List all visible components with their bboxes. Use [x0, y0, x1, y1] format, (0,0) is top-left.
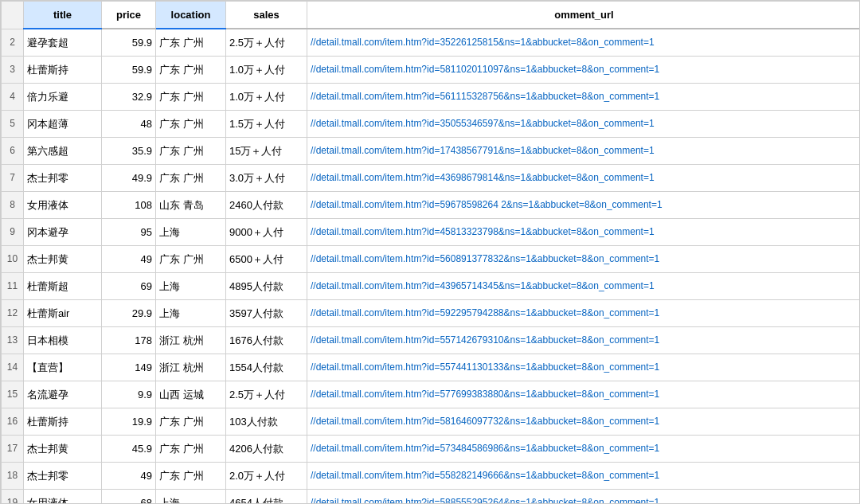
cell-comment-url[interactable]: //detail.tmall.com/item.htm?id=557441130…: [307, 354, 861, 381]
table-row[interactable]: 18杰士邦零49广东 广州2.0万＋人付//detail.tmall.com/i…: [2, 463, 861, 490]
cell-title[interactable]: 第六感超: [24, 138, 102, 165]
cell-comment-url[interactable]: //detail.tmall.com/item.htm?id=439657143…: [307, 273, 861, 300]
table-row[interactable]: 14【直营】149浙江 杭州1554人付款//detail.tmall.com/…: [2, 354, 861, 381]
cell-title[interactable]: 女用液体: [24, 192, 102, 219]
cell-sales[interactable]: 9000＋人付: [226, 219, 307, 246]
cell-sales[interactable]: 2460人付款: [226, 192, 307, 219]
cell-location[interactable]: 广东 广州: [156, 84, 226, 111]
cell-comment-url[interactable]: //detail.tmall.com/item.htm?id=560891377…: [307, 246, 861, 273]
cell-location[interactable]: 上海: [156, 490, 226, 505]
table-row[interactable]: 16杜蕾斯持19.9广东 广州103人付款//detail.tmall.com/…: [2, 408, 861, 436]
cell-price[interactable]: 49: [102, 246, 156, 273]
header-price[interactable]: price: [102, 2, 156, 29]
cell-price[interactable]: 19.9: [102, 408, 156, 436]
cell-price[interactable]: 108: [102, 192, 156, 219]
cell-sales[interactable]: 2.5万＋人付: [226, 29, 307, 57]
cell-title[interactable]: 避孕套超: [24, 29, 102, 57]
cell-comment-url[interactable]: //detail.tmall.com/item.htm?id=557142679…: [307, 327, 861, 354]
table-row[interactable]: 19女用液体68上海4654人付款//detail.tmall.com/item…: [2, 490, 861, 505]
cell-title[interactable]: 倍力乐避: [24, 84, 102, 111]
cell-comment-url[interactable]: //detail.tmall.com/item.htm?id=174385677…: [307, 138, 861, 165]
cell-location[interactable]: 浙江 杭州: [156, 327, 226, 354]
cell-price[interactable]: 9.9: [102, 381, 156, 408]
cell-location[interactable]: 广东 广州: [156, 111, 226, 138]
cell-comment-url[interactable]: //detail.tmall.com/item.htm?id=596785982…: [307, 192, 861, 219]
cell-location[interactable]: 广东 广州: [156, 408, 226, 436]
cell-location[interactable]: 广东 广州: [156, 57, 226, 84]
cell-location[interactable]: 广东 广州: [156, 246, 226, 273]
cell-location[interactable]: 广东 广州: [156, 165, 226, 192]
cell-price[interactable]: 49: [102, 463, 156, 490]
cell-location[interactable]: 上海: [156, 273, 226, 300]
cell-title[interactable]: 冈本避孕: [24, 219, 102, 246]
table-row[interactable]: 9冈本避孕95上海9000＋人付//detail.tmall.com/item.…: [2, 219, 861, 246]
cell-price[interactable]: 178: [102, 327, 156, 354]
cell-sales[interactable]: 103人付款: [226, 408, 307, 436]
cell-location[interactable]: 广东 广州: [156, 29, 226, 57]
cell-comment-url[interactable]: //detail.tmall.com/item.htm?id=581102011…: [307, 57, 861, 84]
cell-location[interactable]: 广东 广州: [156, 436, 226, 463]
cell-sales[interactable]: 2.0万＋人付: [226, 463, 307, 490]
cell-title[interactable]: 杜蕾斯air: [24, 300, 102, 327]
cell-title[interactable]: 名流避孕: [24, 381, 102, 408]
cell-sales[interactable]: 3.0万＋人付: [226, 165, 307, 192]
table-row[interactable]: 5冈本超薄48广东 广州1.5万＋人付//detail.tmall.com/it…: [2, 111, 861, 138]
table-row[interactable]: 2避孕套超59.9广东 广州2.5万＋人付//detail.tmall.com/…: [2, 29, 861, 57]
cell-title[interactable]: 杰士邦黄: [24, 246, 102, 273]
cell-price[interactable]: 68: [102, 490, 156, 505]
cell-comment-url[interactable]: //detail.tmall.com/item.htm?id=561115328…: [307, 84, 861, 111]
table-row[interactable]: 12杜蕾斯air29.9上海3597人付款//detail.tmall.com/…: [2, 300, 861, 327]
cell-price[interactable]: 35.9: [102, 138, 156, 165]
cell-comment-url[interactable]: //detail.tmall.com/item.htm?id=436986798…: [307, 165, 861, 192]
cell-comment-url[interactable]: //detail.tmall.com/item.htm?id=588555295…: [307, 490, 861, 505]
table-row[interactable]: 11杜蕾斯超69上海4895人付款//detail.tmall.com/item…: [2, 273, 861, 300]
header-comment[interactable]: omment_url: [307, 2, 861, 29]
cell-sales[interactable]: 15万＋人付: [226, 138, 307, 165]
table-row[interactable]: 3杜蕾斯持59.9广东 广州1.0万＋人付//detail.tmall.com/…: [2, 57, 861, 84]
cell-comment-url[interactable]: //detail.tmall.com/item.htm?id=458133237…: [307, 219, 861, 246]
cell-sales[interactable]: 4895人付款: [226, 273, 307, 300]
cell-location[interactable]: 上海: [156, 219, 226, 246]
table-row[interactable]: 17杰士邦黄45.9广东 广州4206人付款//detail.tmall.com…: [2, 436, 861, 463]
table-row[interactable]: 10杰士邦黄49广东 广州6500＋人付//detail.tmall.com/i…: [2, 246, 861, 273]
cell-sales[interactable]: 1676人付款: [226, 327, 307, 354]
cell-comment-url[interactable]: //detail.tmall.com/item.htm?id=350553465…: [307, 111, 861, 138]
cell-price[interactable]: 32.9: [102, 84, 156, 111]
cell-sales[interactable]: 6500＋人付: [226, 246, 307, 273]
cell-title[interactable]: 杰士邦黄: [24, 436, 102, 463]
cell-title[interactable]: 【直营】: [24, 354, 102, 381]
header-location[interactable]: location: [156, 2, 226, 29]
cell-comment-url[interactable]: //detail.tmall.com/item.htm?id=573484586…: [307, 436, 861, 463]
header-title[interactable]: title: [24, 2, 102, 29]
cell-sales[interactable]: 1.0万＋人付: [226, 57, 307, 84]
cell-price[interactable]: 149: [102, 354, 156, 381]
cell-title[interactable]: 杜蕾斯超: [24, 273, 102, 300]
cell-comment-url[interactable]: //detail.tmall.com/item.htm?id=558282149…: [307, 463, 861, 490]
cell-price[interactable]: 49.9: [102, 165, 156, 192]
cell-price[interactable]: 45.9: [102, 436, 156, 463]
cell-sales[interactable]: 1554人付款: [226, 354, 307, 381]
cell-location[interactable]: 广东 广州: [156, 138, 226, 165]
cell-price[interactable]: 48: [102, 111, 156, 138]
table-row[interactable]: 7杰士邦零49.9广东 广州3.0万＋人付//detail.tmall.com/…: [2, 165, 861, 192]
cell-sales[interactable]: 2.5万＋人付: [226, 381, 307, 408]
table-row[interactable]: 8女用液体108山东 青岛2460人付款//detail.tmall.com/i…: [2, 192, 861, 219]
cell-location[interactable]: 山西 运城: [156, 381, 226, 408]
cell-title[interactable]: 冈本超薄: [24, 111, 102, 138]
cell-price[interactable]: 69: [102, 273, 156, 300]
cell-title[interactable]: 杰士邦零: [24, 463, 102, 490]
cell-price[interactable]: 95: [102, 219, 156, 246]
cell-title[interactable]: 杜蕾斯持: [24, 408, 102, 436]
cell-sales[interactable]: 1.5万＋人付: [226, 111, 307, 138]
table-row[interactable]: 13日本相模178浙江 杭州1676人付款//detail.tmall.com/…: [2, 327, 861, 354]
cell-comment-url[interactable]: //detail.tmall.com/item.htm?id=577699383…: [307, 381, 861, 408]
header-sales[interactable]: sales: [226, 2, 307, 29]
cell-sales[interactable]: 4654人付款: [226, 490, 307, 505]
cell-title[interactable]: 杜蕾斯持: [24, 57, 102, 84]
cell-comment-url[interactable]: //detail.tmall.com/item.htm?id=592295794…: [307, 300, 861, 327]
cell-comment-url[interactable]: //detail.tmall.com/item.htm?id=581646097…: [307, 408, 861, 436]
cell-title[interactable]: 日本相模: [24, 327, 102, 354]
cell-price[interactable]: 29.9: [102, 300, 156, 327]
cell-location[interactable]: 山东 青岛: [156, 192, 226, 219]
cell-sales[interactable]: 4206人付款: [226, 436, 307, 463]
